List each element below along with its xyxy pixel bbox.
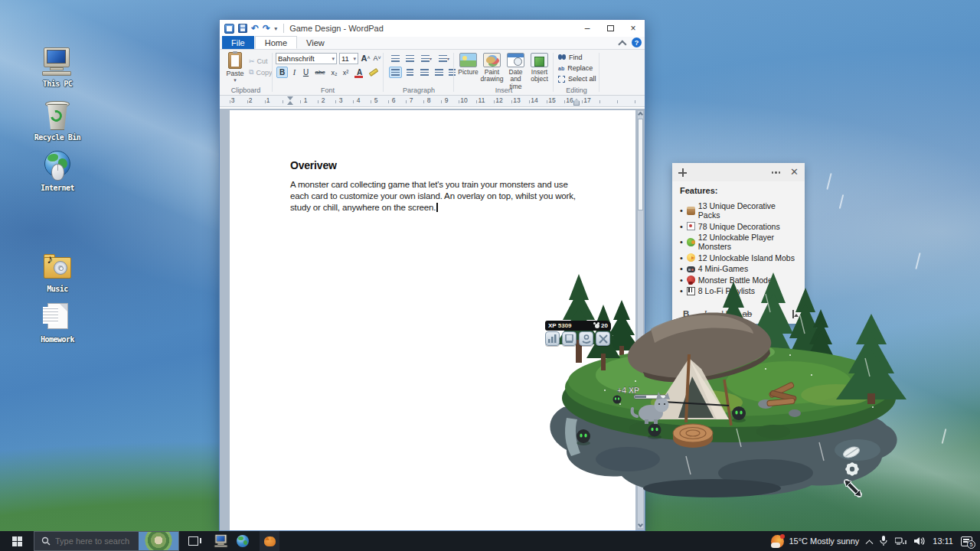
decrease-indent-button[interactable] (389, 53, 402, 64)
group-label: Editing (554, 86, 599, 94)
list-button[interactable]: ▾ (418, 53, 435, 64)
highlight-button[interactable] (368, 67, 379, 78)
ruler-number: 16 (566, 96, 573, 104)
speaker-icon[interactable] (914, 536, 925, 546)
group-separator (453, 53, 454, 92)
collapse-ribbon-icon[interactable] (618, 40, 626, 48)
tab-view[interactable]: View (297, 36, 334, 49)
strikethrough-button[interactable]: abc (312, 67, 328, 78)
notification-center-icon[interactable]: 5 (961, 536, 972, 546)
note-menu-icon[interactable] (772, 171, 781, 174)
taskbar-game-app[interactable] (260, 531, 279, 551)
taskbar-internet[interactable] (237, 535, 249, 547)
justify-button[interactable] (433, 67, 446, 78)
qat-dropdown-icon[interactable]: ▾ (274, 25, 277, 32)
paragraph-group: ▾ ▾ Paragraph (384, 50, 453, 95)
copy-button[interactable]: ⧉Copy (249, 68, 272, 77)
hidden-icons-chevron[interactable] (866, 540, 874, 547)
cut-button[interactable]: ✂Cut (249, 57, 268, 65)
new-note-icon[interactable] (678, 168, 687, 177)
note-strikethrough-button[interactable]: ab (742, 309, 752, 318)
desktop-icon-homework[interactable]: Homework (30, 302, 85, 344)
subscript-button[interactable]: x₂ (328, 67, 340, 78)
task-view-button[interactable] (188, 536, 198, 546)
microphone-icon[interactable] (880, 536, 887, 546)
recycle-bin-icon (41, 99, 74, 132)
list-icon (421, 55, 430, 62)
tab-file[interactable]: File (222, 36, 254, 49)
insert-paint-drawing-button[interactable]: Paint drawing (480, 53, 504, 83)
tab-home[interactable]: Home (255, 36, 297, 49)
scroll-up-icon[interactable] (638, 112, 643, 117)
maximize-button[interactable] (599, 20, 622, 37)
font-size-combo[interactable]: 11▾ (339, 53, 358, 64)
list-item: 4 Mini-Games (680, 264, 797, 273)
vertical-scrollbar[interactable] (637, 110, 644, 529)
start-button[interactable] (0, 531, 34, 551)
grow-font-button[interactable]: A˄ (360, 52, 371, 64)
taskbar-search[interactable] (34, 531, 179, 551)
save-button[interactable] (238, 24, 247, 33)
globe-icon (237, 535, 249, 547)
shrink-font-button[interactable]: A˅ (371, 52, 383, 64)
insert-picture-button[interactable]: Picture (456, 53, 480, 76)
search-highlight-image[interactable] (139, 532, 178, 550)
stats-button[interactable] (545, 331, 560, 346)
ruler[interactable]: 3 2 1 1 2 3 4 5 6 7 8 9 10 11 12 13 14 1… (220, 96, 645, 107)
line-spacing-button[interactable]: ▾ (436, 53, 452, 64)
insert-object-button[interactable]: Insert object (528, 53, 551, 83)
minimize-button[interactable]: – (576, 20, 599, 37)
line-spacing-icon (439, 55, 447, 62)
align-left-button[interactable] (389, 67, 402, 78)
indent-icon (406, 55, 414, 62)
sticky-note-header[interactable]: ✕ (672, 163, 805, 181)
desktop-icon-this-pc[interactable]: This PC (30, 46, 85, 88)
scrollbar-thumb[interactable] (638, 119, 643, 210)
align-right-button[interactable] (418, 67, 431, 78)
desktop-icon-recycle-bin[interactable]: Recycle Bin (30, 99, 85, 142)
close-button[interactable]: × (622, 20, 645, 37)
replace-button[interactable]: abReplace (558, 64, 593, 72)
font-color-button[interactable]: A (354, 67, 365, 78)
find-button[interactable]: Find (558, 54, 583, 61)
desktop-icon-internet[interactable]: Internet (30, 150, 85, 192)
bold-button[interactable]: B (276, 67, 288, 78)
indent-marker[interactable] (287, 96, 294, 106)
ribbon: Paste ▾ ✂Cut ⧉Copy Clipboard Bahnschrift… (220, 50, 645, 96)
undo-button[interactable]: ↶ (251, 24, 259, 33)
boxing-glove-icon (687, 276, 695, 284)
scroll-down-icon[interactable] (638, 522, 643, 527)
battle-button[interactable] (596, 331, 610, 346)
ruler-number: 3 (339, 96, 343, 104)
icon-label: Music (30, 285, 85, 293)
note-bold-button[interactable]: B (683, 309, 689, 318)
copy-icon: ⧉ (249, 68, 253, 77)
font-family-combo[interactable]: Bahnschrift▾ (276, 53, 337, 64)
ruler-number: 4 (357, 96, 361, 104)
title-bar[interactable]: ↶ ↷ ▾ Game Design - WordPad – × (220, 20, 645, 37)
search-input[interactable] (55, 536, 136, 546)
taskbar-this-pc[interactable] (209, 531, 226, 551)
select-all-button[interactable]: Select all (558, 75, 596, 83)
italic-button[interactable]: I (289, 67, 300, 78)
desktop-icon-music[interactable]: ♪ Music (30, 251, 85, 293)
network-icon[interactable] (895, 536, 906, 546)
close-note-icon[interactable]: ✕ (790, 166, 799, 178)
redo-button[interactable]: ↷ (263, 24, 270, 33)
note-image-button[interactable] (792, 310, 794, 318)
superscript-button[interactable]: x² (340, 67, 351, 78)
align-center-button[interactable] (403, 67, 416, 78)
note-italic-button[interactable]: I (704, 309, 707, 318)
icon-label: This PC (30, 80, 85, 88)
underline-button[interactable]: U (300, 67, 312, 78)
collection-button[interactable] (562, 331, 577, 346)
shop-button[interactable] (579, 331, 593, 346)
clock[interactable]: 13:11 (933, 536, 953, 546)
sticky-note[interactable]: ✕ Features: 13 Unique Decorative Packs 7… (672, 163, 805, 324)
note-underline-button[interactable]: U (721, 309, 727, 318)
help-button[interactable]: ? (632, 37, 642, 47)
paste-button[interactable]: Paste ▾ (224, 52, 246, 83)
weather-widget[interactable]: 15°C Mostly sunny (771, 535, 859, 548)
insert-date-time-button[interactable]: Date and time (504, 53, 528, 90)
increase-indent-button[interactable] (403, 53, 416, 64)
